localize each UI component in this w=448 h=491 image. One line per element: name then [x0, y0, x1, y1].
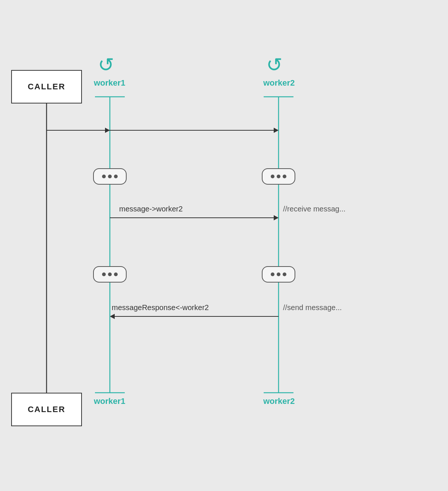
- caller-top-label: CALLER: [28, 82, 65, 92]
- receive-message-label: //receive messag...: [283, 205, 346, 213]
- svg-marker-9: [105, 128, 110, 133]
- send-message-label: //send message...: [283, 303, 342, 312]
- svg-marker-11: [274, 215, 279, 220]
- worker1-label-top: worker1: [94, 78, 125, 88]
- diagram-container: CALLER CALLER ↺ worker1 worker1 ↺ worker…: [0, 0, 448, 491]
- dot: [102, 272, 106, 276]
- message-to-worker2-label: message->worker2: [119, 205, 183, 213]
- dot: [271, 272, 274, 276]
- worker2-label-top: worker2: [263, 78, 295, 88]
- dots-box-worker2-first: [262, 168, 295, 185]
- caller-box-bottom: CALLER: [11, 393, 82, 426]
- refresh-icon-worker1: ↺: [98, 55, 114, 74]
- dots-box-worker1-first: [93, 168, 127, 185]
- dot: [271, 175, 274, 178]
- dots-box-worker2-second: [262, 266, 295, 283]
- svg-marker-13: [110, 314, 115, 319]
- dot: [114, 175, 118, 178]
- dots-box-worker1-second: [93, 266, 127, 283]
- dot: [283, 175, 286, 178]
- worker2-label-bottom: worker2: [263, 396, 295, 406]
- dot: [283, 272, 286, 276]
- message-response-label: messageResponse<-worker2: [112, 303, 209, 312]
- dot: [102, 175, 106, 178]
- dot: [277, 272, 280, 276]
- caller-box-top: CALLER: [11, 70, 82, 103]
- dot: [277, 175, 280, 178]
- worker1-label-bottom: worker1: [94, 396, 125, 406]
- dot: [108, 175, 112, 178]
- dot: [114, 272, 118, 276]
- refresh-icon-worker2: ↺: [266, 55, 283, 74]
- dot: [108, 272, 112, 276]
- svg-marker-8: [274, 128, 279, 133]
- caller-bottom-label: CALLER: [28, 405, 65, 414]
